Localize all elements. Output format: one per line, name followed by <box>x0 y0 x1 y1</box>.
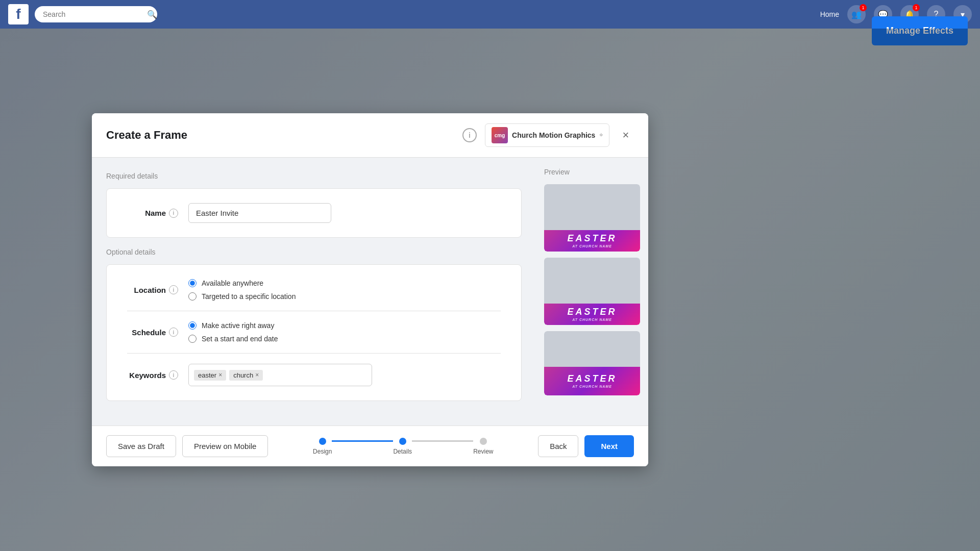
fb-search-input[interactable] <box>35 6 157 22</box>
preview-banner-content-3: EASTER AT CHURCH NAME <box>567 373 617 389</box>
footer-left: Save as Draft Preview on Mobile <box>106 435 268 457</box>
back-button[interactable]: Back <box>538 435 578 457</box>
divider-1 <box>127 311 501 311</box>
fb-header: f 🔍 Home 👥 1 💬 🔔 1 ? ▾ <box>0 0 980 29</box>
form-area: Required details Name i Optional details <box>92 158 536 425</box>
name-row: Name i <box>127 203 501 223</box>
keyword-easter-text: easter <box>198 371 216 379</box>
schedule-radio-dates[interactable] <box>188 335 197 343</box>
preview-item-2: EASTER AT CHURCH NAME <box>544 258 640 325</box>
keyword-tag-church: church × <box>229 370 263 381</box>
name-info-icon[interactable]: i <box>169 209 178 218</box>
preview-gray-3 <box>544 331 640 367</box>
preview-banner-sub-3: AT CHURCH NAME <box>572 385 612 389</box>
preview-banner-content-1: EASTER AT CHURCH NAME <box>567 233 617 248</box>
step-review-label: Review <box>473 448 493 455</box>
preview-banner-2: EASTER AT CHURCH NAME <box>544 304 640 325</box>
modal-title: Create a Frame <box>106 129 187 142</box>
preview-banner-sub-1: AT CHURCH NAME <box>572 244 612 248</box>
step-design: Design <box>313 438 332 455</box>
location-option-specific[interactable]: Targeted to a specific location <box>188 292 296 300</box>
preview-easter-text-3: EASTER <box>567 373 617 384</box>
preview-gray-1 <box>544 184 640 230</box>
preview-banner-1: EASTER AT CHURCH NAME <box>544 230 640 252</box>
location-radio-specific[interactable] <box>188 292 197 300</box>
name-label-area: Name i <box>127 209 178 218</box>
notifications-btn[interactable]: 👥 1 <box>847 5 866 23</box>
modal-info-icon[interactable]: i <box>462 128 477 142</box>
optional-section-label: Optional details <box>106 248 522 256</box>
search-icon: 🔍 <box>147 10 157 19</box>
optional-details-card: Location i Available anywhere Targeted t… <box>106 264 522 401</box>
create-frame-modal: Create a Frame i cmg Church Motion Graph… <box>92 113 648 466</box>
preview-easter-text-2: EASTER <box>567 307 617 317</box>
step-details: Details <box>393 438 412 455</box>
schedule-radio-active[interactable] <box>188 321 197 330</box>
preview-banner-3: EASTER AT CHURCH NAME <box>544 367 640 395</box>
schedule-label: Schedule <box>132 328 166 337</box>
modal-close-button[interactable]: × <box>618 127 634 143</box>
location-option-anywhere[interactable]: Available anywhere <box>188 279 296 287</box>
org-logo-icon: cmg <box>492 127 508 143</box>
modal-footer: Save as Draft Preview on Mobile Design D… <box>92 425 648 466</box>
org-name-label: Church Motion Graphics <box>512 131 595 139</box>
fb-logo-icon: f <box>8 4 29 24</box>
schedule-label-area: Schedule i <box>127 328 178 337</box>
required-section-label: Required details <box>106 172 522 180</box>
location-label: Location <box>134 286 166 294</box>
preview-item-1: EASTER AT CHURCH NAME <box>544 184 640 252</box>
step-review-dot <box>480 438 487 445</box>
preview-panel: Preview EASTER AT CHURCH NAME EASTE <box>536 158 648 425</box>
step-design-label: Design <box>313 448 332 455</box>
progress-steps: Design Details Review <box>313 438 493 455</box>
keyword-church-remove[interactable]: × <box>255 372 259 378</box>
org-abbr-text: cmg <box>495 133 505 138</box>
step-details-dot <box>399 438 406 445</box>
step-design-dot <box>319 438 326 445</box>
notification-badge: 1 <box>860 4 867 11</box>
schedule-radio-group: Make active right away Set a start and e… <box>188 321 278 343</box>
location-row: Location i Available anywhere Targeted t… <box>127 279 501 300</box>
step-line-2 <box>412 440 473 442</box>
schedule-info-icon[interactable]: i <box>169 328 178 337</box>
step-details-label: Details <box>393 448 412 455</box>
keywords-input[interactable] <box>266 371 366 379</box>
preview-item-3: EASTER AT CHURCH NAME <box>544 331 640 395</box>
footer-center: Design Details Review <box>274 438 532 455</box>
schedule-option-active[interactable]: Make active right away <box>188 321 278 330</box>
schedule-option-dates[interactable]: Set a start and end date <box>188 335 278 343</box>
name-label: Name <box>145 209 166 217</box>
location-radio-anywhere[interactable] <box>188 279 197 287</box>
keywords-container[interactable]: easter × church × <box>188 364 372 386</box>
name-input[interactable] <box>188 203 331 223</box>
org-dropdown-icon: ÷ <box>599 132 603 139</box>
preview-gray-2 <box>544 258 640 304</box>
modal-header-right: i cmg Church Motion Graphics ÷ × <box>462 123 634 147</box>
keyword-tag-easter: easter × <box>194 370 226 381</box>
keyword-church-text: church <box>233 371 253 379</box>
step-review: Review <box>473 438 493 455</box>
alert-badge: 1 <box>913 4 920 11</box>
home-nav[interactable]: Home <box>820 10 839 18</box>
preview-easter-text-1: EASTER <box>567 233 617 244</box>
keywords-row: Keywords i easter × church × <box>127 364 501 386</box>
required-details-card: Name i <box>106 188 522 238</box>
divider-2 <box>127 353 501 354</box>
modal-header: Create a Frame i cmg Church Motion Graph… <box>92 113 648 158</box>
keyword-easter-remove[interactable]: × <box>218 372 222 378</box>
location-specific-label: Targeted to a specific location <box>202 292 296 300</box>
next-button[interactable]: Next <box>584 435 634 457</box>
preview-banner-content-2: EASTER AT CHURCH NAME <box>567 307 617 322</box>
location-label-area: Location i <box>127 285 178 294</box>
modal-overlay: Create a Frame i cmg Church Motion Graph… <box>0 29 980 551</box>
keywords-info-icon[interactable]: i <box>169 370 178 380</box>
save-draft-button[interactable]: Save as Draft <box>106 435 176 457</box>
keywords-label-area: Keywords i <box>127 370 178 380</box>
location-info-icon[interactable]: i <box>169 285 178 294</box>
step-line-1 <box>332 440 393 442</box>
keywords-label: Keywords <box>129 371 166 380</box>
org-badge[interactable]: cmg Church Motion Graphics ÷ <box>485 123 609 147</box>
schedule-active-label: Make active right away <box>202 321 274 330</box>
preview-mobile-button[interactable]: Preview on Mobile <box>182 435 268 457</box>
preview-label: Preview <box>544 168 640 176</box>
